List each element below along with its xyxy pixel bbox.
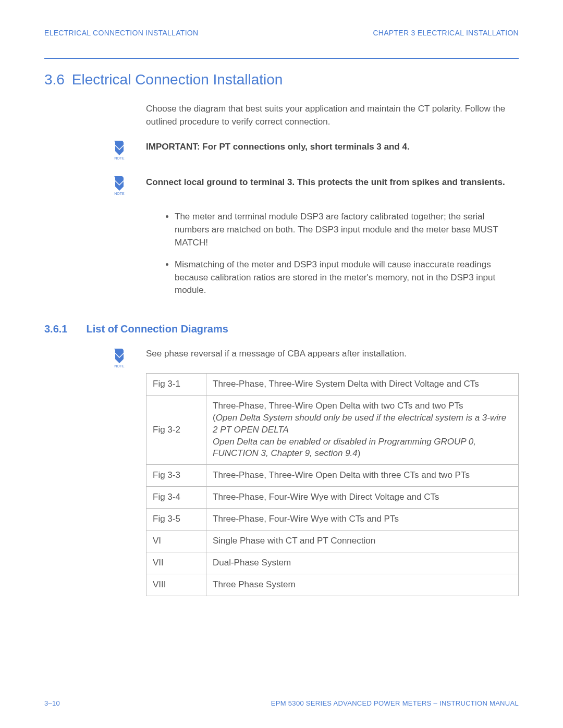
table-row: VII Dual-Phase System <box>146 552 519 574</box>
fig-id: VII <box>146 552 206 574</box>
note-icon: NOTE <box>44 175 146 196</box>
fig-desc: Three-Phase, Three-Wire System Delta wit… <box>206 373 519 395</box>
subsection-number: 3.6.1 <box>44 323 83 335</box>
header-left: ELECTRICAL CONNECTION INSTALLATION <box>44 29 198 37</box>
fig-desc: Three-Phase, Four-Wire Wye with CTs and … <box>206 509 519 530</box>
table-row: VI Single Phase with CT and PT Connectio… <box>146 530 519 552</box>
section-title-text: Electrical Connection Installation <box>72 71 283 88</box>
header-right: CHAPTER 3 ELECTRICAL INSTALLATION <box>373 29 519 37</box>
fig-desc: Three-Phase, Four-Wire Wye with Direct V… <box>206 487 519 509</box>
subsection-heading: 3.6.1 List of Connection Diagrams <box>44 323 519 335</box>
fig-desc: Dual-Phase System <box>206 552 519 574</box>
fig-desc: Single Phase with CT and PT Connection <box>206 530 519 552</box>
important-note-1: IMPORTANT: For PT connections only, shor… <box>146 140 519 153</box>
divider <box>44 58 519 59</box>
fig-id: Fig 3-1 <box>146 373 206 395</box>
svg-text:NOTE: NOTE <box>114 156 125 160</box>
svg-text:NOTE: NOTE <box>114 364 125 368</box>
svg-text:NOTE: NOTE <box>114 192 125 195</box>
fig-id: Fig 3-5 <box>146 509 206 530</box>
table-row: Fig 3-3 Three-Phase, Three-Wire Open Del… <box>146 465 519 487</box>
subsection-note: See phase reversal if a message of CBA a… <box>146 348 519 361</box>
fig-desc: Three-Phase, Three-Wire Open Delta with … <box>206 395 519 465</box>
section-number: 3.6 <box>44 71 68 88</box>
fig-id: Fig 3-3 <box>146 465 206 487</box>
table-row: Fig 3-1 Three-Phase, Three-Wire System D… <box>146 373 519 395</box>
fig-id: VIII <box>146 574 206 596</box>
table-row: Fig 3-2 Three-Phase, Three-Wire Open Del… <box>146 395 519 465</box>
connection-diagram-table: Fig 3-1 Three-Phase, Three-Wire System D… <box>146 373 519 596</box>
table-row: VIII Three Phase System <box>146 574 519 596</box>
subsection-title-text: List of Connection Diagrams <box>87 323 228 335</box>
important-note-2: Connect local ground to terminal 3. This… <box>146 175 519 189</box>
fig-id: VI <box>146 530 206 552</box>
note-icon: NOTE <box>44 348 146 371</box>
table-row: Fig 3-5 Three-Phase, Four-Wire Wye with … <box>146 509 519 530</box>
page-number: 3–10 <box>44 699 60 707</box>
page-header: ELECTRICAL CONNECTION INSTALLATION CHAPT… <box>44 29 519 37</box>
bullet-item: The meter and terminal module DSP3 are f… <box>175 211 519 249</box>
table-row: Fig 3-4 Three-Phase, Four-Wire Wye with … <box>146 487 519 509</box>
fig-id: Fig 3-2 <box>146 395 206 465</box>
fig-desc: Three Phase System <box>206 574 519 596</box>
section-heading: 3.6 Electrical Connection Installation <box>44 71 519 88</box>
fig-desc: Three-Phase, Three-Wire Open Delta with … <box>206 465 519 487</box>
bullet-item: Mismatching of the meter and DSP3 input … <box>175 258 519 297</box>
bullet-list: The meter and terminal module DSP3 are f… <box>146 211 519 297</box>
fig-id: Fig 3-4 <box>146 487 206 509</box>
note-icon: NOTE <box>44 140 146 161</box>
footer-doc-title: EPM 5300 SERIES ADVANCED POWER METERS – … <box>271 699 519 707</box>
intro-paragraph: Choose the diagram that best suits your … <box>146 103 519 128</box>
page-footer: 3–10 EPM 5300 SERIES ADVANCED POWER METE… <box>44 699 519 707</box>
